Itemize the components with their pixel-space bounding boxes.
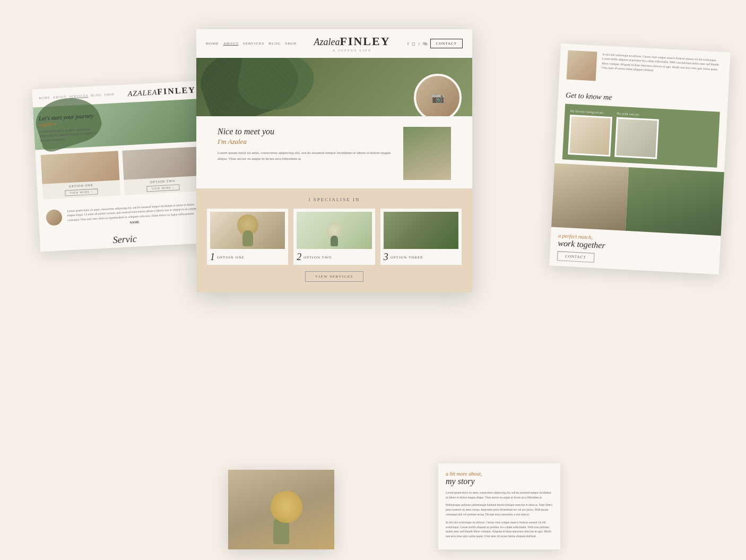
bl-service-image-1	[41, 151, 120, 184]
bl-hero-text: Let's start your journey together Lorem …	[39, 112, 104, 143]
nav-services[interactable]: SERVICES	[243, 41, 265, 46]
spec-item-1: 1 OPTION ONE	[207, 209, 288, 265]
story-para-2: Pellentesque pulvinar pellentesque habit…	[446, 503, 553, 516]
spec-item-2-bottom: 2 OPTION TWO	[297, 252, 371, 260]
br-pride-label: My pride and joy:	[617, 112, 659, 117]
spec-item-1-bottom: 1 OPTION ONE	[210, 252, 285, 260]
flower-vase-image	[228, 470, 334, 549]
spec-item-3: 3 OPTION THREE	[380, 209, 462, 265]
spec-item-3-bottom: 3 OPTION THREE	[384, 252, 458, 260]
bl-services-list: OPTION ONE VIEW MORE > OPTION TWO VIEW M…	[35, 141, 207, 205]
bl-nav-blog[interactable]: BLOG	[91, 93, 102, 97]
br-contact-button[interactable]: CONTACT	[557, 251, 594, 263]
spec-label-2: OPTION TWO	[297, 252, 371, 260]
br-insta-image-inner	[569, 116, 611, 155]
about-section: Nice to meet you I'm Azalea Lorem ipsum …	[196, 116, 472, 188]
main-logo: AzaleaFINLEY A JOYFUL LIFE	[314, 35, 390, 53]
flower-bloom	[271, 491, 302, 523]
main-center-card: HOME ABOUT SERVICES BLOG SHOP AzaleaFINL…	[196, 29, 472, 292]
bl-service-btn-2[interactable]: VIEW MORE >	[146, 184, 179, 192]
spec-image-2	[297, 212, 371, 249]
contact-button[interactable]: CONTACT	[430, 39, 463, 48]
about-heading: Nice to meet you	[218, 127, 393, 136]
br-insta-image	[568, 115, 612, 157]
bl-service-btn-1[interactable]: VIEW MORE >	[65, 188, 98, 196]
bl-avatar	[46, 209, 63, 226]
back-left-card: HOME ABOUT SERVICES BLOG SHOP AzaleaFINL…	[32, 81, 210, 252]
br-bottom-photos	[551, 163, 724, 236]
story-para-3: In nisl nisl scelerisque eu ultrices. Cu…	[446, 520, 553, 539]
specialise-section: I SPECIALISE IN 1 OPTION ONE 2	[196, 188, 472, 292]
story-title: my story	[446, 477, 553, 486]
brand-tagline: A JOYFUL LIFE	[314, 48, 390, 53]
spec-label-1: OPTION ONE	[210, 252, 285, 260]
bl-testimonial-text: Lorem ipsum dolor sit amet, consectetur …	[67, 202, 201, 227]
bl-nav-home[interactable]: HOME	[39, 96, 50, 100]
br-gtk-content: My favorite Instagram pic: My pride and …	[562, 104, 720, 167]
br-hat-photo	[551, 163, 629, 231]
story-text-card: a bit more about, my story Lorem ipsum d…	[438, 463, 560, 549]
main-nav-links: HOME ABOUT SERVICES BLOG SHOP	[206, 41, 297, 46]
nav-shop[interactable]: SHOP	[285, 41, 297, 46]
spec-image-3	[384, 212, 458, 249]
tiktok-icon[interactable]: ♪	[418, 41, 420, 46]
br-insta-label: My favorite Instagram pic:	[570, 109, 612, 115]
nav-blog[interactable]: BLOG	[268, 41, 281, 46]
about-subheading: I'm Azalea	[218, 137, 393, 146]
spec-image-1	[210, 212, 285, 249]
br-blog-text: In nisl nisl scelerisque eu ultrices. Cu…	[602, 52, 723, 76]
view-services-button[interactable]: VIEW SERVICES	[305, 271, 363, 282]
instagram-icon[interactable]: ◻	[412, 41, 415, 46]
br-blog-thumbnail	[567, 50, 597, 81]
bl-service-item-2: OPTION TWO VIEW MORE >	[122, 147, 202, 195]
main-nav-right: f ◻ ♪ 🛍 CONTACT	[407, 39, 463, 48]
facebook-icon[interactable]: f	[407, 41, 409, 46]
leaf-decoration-2	[235, 58, 318, 116]
specialise-items: 1 OPTION ONE 2 OPTION TWO 3 OPTION TH	[207, 209, 462, 265]
story-tag: a bit more about,	[446, 471, 553, 477]
br-get-to-know-section: Get to know me My favorite Instagram pic…	[554, 85, 728, 173]
about-body: Lorem ipsum dolor sit amet, consectetur …	[218, 150, 393, 161]
spec-item-2: 2 OPTION TWO	[293, 209, 375, 265]
bl-logo: AzaleaFINLEY	[127, 85, 196, 98]
spec-num-2: 2	[297, 252, 301, 262]
spec-label-3: OPTION THREE	[384, 252, 458, 260]
cart-icon[interactable]: 🛍	[423, 41, 427, 46]
nav-about[interactable]: ABOUT	[223, 41, 239, 46]
br-fabric-photo	[626, 167, 724, 236]
main-navigation: HOME ABOUT SERVICES BLOG SHOP AzaleaFINL…	[196, 29, 472, 58]
leaf-decoration-1	[196, 58, 306, 116]
spec-num-1: 1	[210, 252, 215, 262]
story-para-1: Lorem ipsum dolor sit amet, consectetur …	[446, 490, 553, 500]
back-right-card: In nisl nisl scelerisque eu ultrices. Cu…	[549, 44, 730, 274]
hero-image	[196, 58, 472, 116]
profile-circle-image	[414, 74, 462, 116]
br-pride-col: My pride and joy:	[614, 112, 659, 159]
vase-shape-1	[242, 230, 253, 246]
bl-nav-shop[interactable]: SHOP	[104, 92, 115, 96]
br-pride-image-inner	[616, 119, 657, 158]
bottom-flower-card	[228, 470, 334, 549]
social-icons: f ◻ ♪ 🛍	[407, 41, 427, 46]
vase-shape-2	[331, 236, 338, 246]
nav-home[interactable]: HOME	[206, 41, 219, 46]
about-text: Nice to meet you I'm Azalea Lorem ipsum …	[218, 127, 393, 180]
spec-num-3: 3	[384, 252, 388, 262]
bl-service-image-2	[122, 147, 201, 180]
br-pride-image	[614, 117, 659, 159]
about-photo	[403, 127, 451, 180]
specialise-title: I SPECIALISE IN	[207, 197, 462, 202]
bl-hero-image: Let's start your journey together Lorem …	[33, 99, 205, 150]
bl-service-item-1: OPTION ONE VIEW MORE >	[41, 151, 120, 200]
br-insta-col: My favorite Instagram pic:	[568, 109, 612, 157]
